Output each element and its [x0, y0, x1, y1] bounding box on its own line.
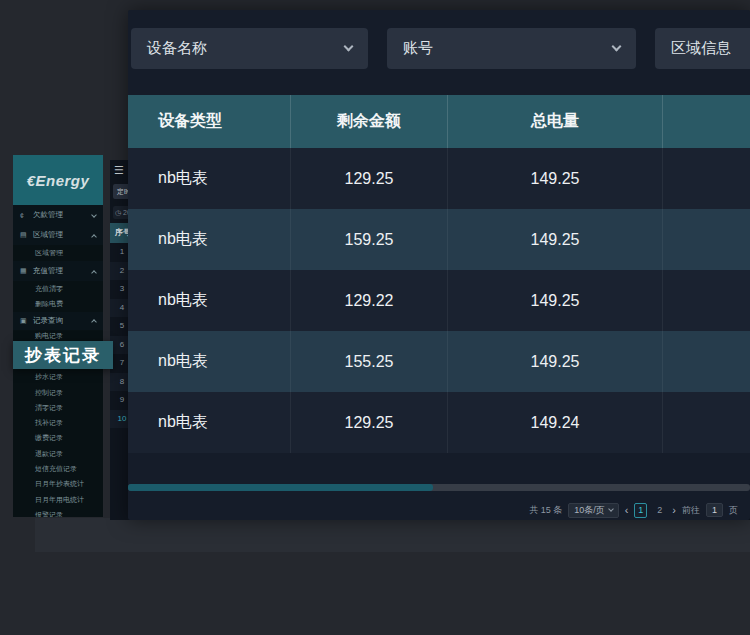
sidebar: €Energy ¢ 欠款管理 ▤ 区域管理 区域管理 ▦ 充值管理 充值清零 删… — [13, 155, 103, 517]
goto-page-input[interactable] — [706, 503, 723, 517]
column-header-remaining-amount: 剩余金额 — [291, 95, 448, 148]
sidebar-item-region-management[interactable]: ▤ 区域管理 — [13, 225, 103, 245]
sidebar-item-payment-records[interactable]: 缴费记录 — [13, 431, 103, 446]
account-select[interactable]: 账号 — [387, 28, 636, 69]
sidebar-item-recharge-clear[interactable]: 充值清零 — [13, 281, 103, 296]
column-header-cutoff — [663, 95, 750, 148]
total-count: 共 15 条 — [529, 504, 562, 517]
table-row[interactable]: nb电表 129.22 149.25 — [128, 270, 750, 331]
page-size-select[interactable]: 10条/页 — [568, 503, 619, 518]
sidebar-item-clear-records[interactable]: 清零记录 — [13, 400, 103, 415]
sidebar-item-recharge-management[interactable]: ▦ 充值管理 — [13, 261, 103, 281]
region-icon: ▤ — [20, 231, 29, 239]
device-name-select[interactable]: 设备名称 — [131, 28, 368, 69]
sidebar-item-region-management-sub[interactable]: 区域管理 — [13, 245, 103, 261]
horizontal-scrollbar[interactable] — [128, 484, 750, 491]
table-row[interactable]: nb电表 129.25 149.24 — [128, 392, 750, 453]
chevron-up-icon — [91, 319, 97, 325]
records-icon: ▣ — [20, 317, 29, 325]
sidebar-item-water-reading-records[interactable]: 抄水记录 — [13, 370, 103, 385]
chevron-down-icon — [608, 506, 614, 512]
sidebar-item-sms-recharge-records[interactable]: 短信充值记录 — [13, 461, 103, 476]
sidebar-item-adjustment-records[interactable]: 找补记录 — [13, 415, 103, 430]
table-row[interactable]: nb电表 159.25 149.25 — [128, 209, 750, 270]
sidebar-item-delete-charges[interactable]: 删除电费 — [13, 296, 103, 311]
sidebar-item-meter-reading-records-active[interactable]: 抄表记录 — [13, 341, 113, 369]
goto-suffix: 页 — [729, 504, 738, 517]
bottom-band — [35, 518, 750, 552]
arrears-icon: ¢ — [20, 212, 29, 219]
region-info-select[interactable]: 区域信息 — [655, 28, 750, 69]
recharge-icon: ▦ — [20, 267, 29, 275]
table-header: 设备类型 剩余金额 总电量 — [128, 95, 750, 148]
sidebar-item-arrears-management[interactable]: ¢ 欠款管理 — [13, 205, 103, 225]
sidebar-item-alarm-records[interactable]: 报警记录 — [13, 507, 103, 517]
sidebar-item-refund-records[interactable]: 退款记录 — [13, 446, 103, 461]
scrollbar-thumb[interactable] — [128, 484, 433, 491]
page-button-2[interactable]: 2 — [653, 505, 666, 515]
meter-reading-panel: 设备名称 账号 区域信息 设备类型 剩余金额 总电量 nb电表 129.25 1… — [128, 10, 750, 520]
chevron-down-icon — [612, 42, 622, 52]
sidebar-item-control-records[interactable]: 控制记录 — [13, 385, 103, 400]
chevron-up-icon — [91, 234, 97, 240]
chevron-down-icon — [91, 212, 97, 218]
pagination: 共 15 条 10条/页 ‹ 1 2 › 前往 页 — [529, 501, 738, 519]
prev-page-button[interactable]: ‹ — [625, 505, 629, 516]
hamburger-menu-icon[interactable]: ☰ — [114, 164, 124, 176]
column-header-total-power: 总电量 — [448, 95, 663, 148]
column-header-device-type: 设备类型 — [128, 95, 291, 148]
filter-bar: 设备名称 账号 区域信息 — [131, 28, 750, 69]
sidebar-item-purchase-records[interactable]: 购电记录 — [13, 330, 103, 342]
app-logo: €Energy — [13, 155, 103, 205]
table-row[interactable]: nb电表 129.25 149.25 — [128, 148, 750, 209]
chevron-up-icon — [91, 270, 97, 276]
chevron-down-icon — [344, 42, 354, 52]
table-row[interactable]: nb电表 155.25 149.25 — [128, 331, 750, 392]
table-body: nb电表 129.25 149.25 nb电表 159.25 149.25 nb… — [128, 148, 750, 453]
goto-label: 前往 — [682, 504, 700, 517]
page-button-1[interactable]: 1 — [634, 503, 647, 518]
sidebar-item-record-query[interactable]: ▣ 记录查询 — [13, 312, 103, 330]
sidebar-item-meter-reading-stats[interactable]: 日月年抄表统计 — [13, 477, 103, 492]
sidebar-item-power-usage-stats[interactable]: 日月年用电统计 — [13, 492, 103, 507]
next-page-button[interactable]: › — [672, 505, 676, 516]
